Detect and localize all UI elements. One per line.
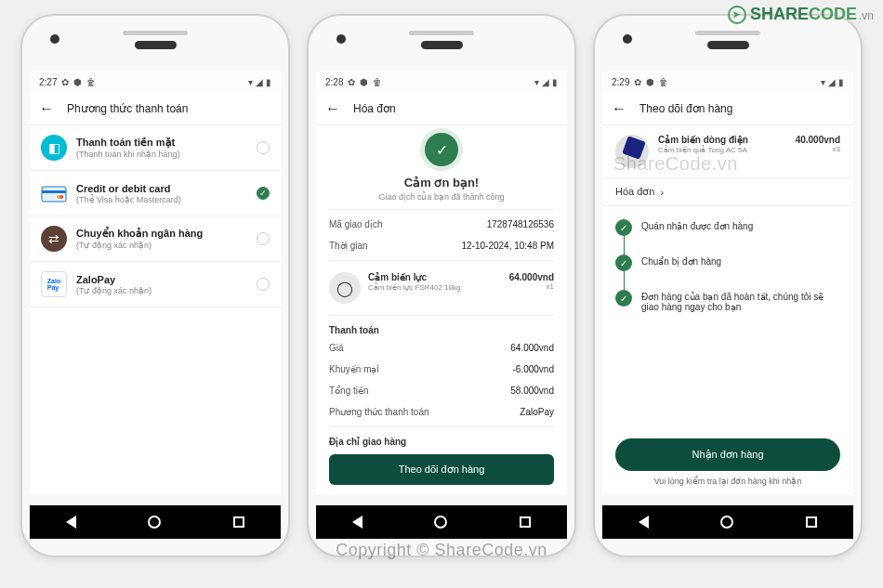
radio-unchecked[interactable] <box>257 141 270 154</box>
timeline-step-label: Chuẩn bị đơn hàng <box>641 255 840 271</box>
back-button[interactable]: ← <box>325 100 340 117</box>
watermark-overlay: ShareCode.vn <box>613 153 738 175</box>
invoice-product-row: ◯ Cảm biến lựcCảm biến lực FSR402 10kg 6… <box>316 265 567 311</box>
sharecode-logo: SHARECODE.vn <box>728 5 874 24</box>
method-title: ZaloPay <box>76 274 247 285</box>
method-subtitle: (Tự động xác nhận) <box>76 286 247 295</box>
price-label: Giá <box>329 343 344 353</box>
product-price: 64.000vnd <box>509 272 554 282</box>
app-header: ← Phương thức thanh toán <box>30 92 281 125</box>
method-value: ZaloPay <box>520 407 554 417</box>
check-order-note: Vui lòng kiểm tra lại đơn hàng khi nhận <box>615 477 840 486</box>
payment-method-zalopay[interactable]: ZaloPay ZaloPay(Tự động xác nhận) <box>30 262 281 307</box>
product-name: Cảm biến lực <box>368 272 502 282</box>
nav-home[interactable] <box>720 516 733 529</box>
wallet-icon: ◧ <box>41 135 67 161</box>
phone-mockup-payment-methods: 2:27✿⬢🗑 ▾◢▮ ← Phương thức thanh toán ◧ T… <box>20 14 290 557</box>
product-price: 40.000vnd <box>796 135 840 145</box>
battery-icon: ▮ <box>266 77 271 87</box>
nav-back[interactable] <box>639 516 649 529</box>
payment-section-header: Thanh toán <box>316 320 567 337</box>
page-title: Hóa đơn <box>353 102 396 115</box>
phone-mockup-tracking: 2:29✿⬢🗑 ▾◢▮ ← Theo dõi đơn hàng Cảm biến… <box>593 14 863 557</box>
radio-unchecked[interactable] <box>257 278 270 291</box>
nav-back[interactable] <box>66 516 76 529</box>
svg-rect-1 <box>42 190 66 193</box>
product-qty: x3 <box>796 145 840 153</box>
payment-method-bank[interactable]: ⇄ Chuyển khoản ngân hàng(Tự động xác nhậ… <box>30 216 281 262</box>
signal-icon: ◢ <box>256 77 263 87</box>
status-time: 2:27 <box>39 77 57 87</box>
total-label: Tổng tiền <box>329 385 369 396</box>
method-title: Thanh toán tiền mặt <box>76 137 247 149</box>
settings-icon: ✿ <box>61 77 69 87</box>
zalopay-icon: ZaloPay <box>41 271 67 297</box>
check-icon: ✓ <box>615 290 632 307</box>
check-icon: ✓ <box>615 255 632 271</box>
nav-home[interactable] <box>148 516 161 529</box>
svg-point-3 <box>57 195 60 199</box>
app-header: ← Theo dõi đơn hàng <box>602 92 853 125</box>
thank-you-subtitle: Giao dịch của bạn đã thành công <box>316 192 567 202</box>
nav-recent[interactable] <box>806 516 817 528</box>
track-order-button[interactable]: Theo dõi đơn hàng <box>329 454 554 485</box>
status-time: 2:29 <box>612 77 629 87</box>
total-value: 58.000vnd <box>510 385 554 396</box>
status-bar: 2:27✿⬢🗑 ▾◢▮ <box>30 72 281 92</box>
thank-you-title: Cảm ơn bạn! <box>316 176 567 189</box>
product-desc: Cảm biến lực FSR402 10kg <box>368 283 502 292</box>
method-subtitle: (Thanh toán khi nhận hàng) <box>76 150 247 159</box>
radio-checked[interactable]: ✓ <box>257 187 270 200</box>
nav-home[interactable] <box>434 516 447 529</box>
trash-icon: 🗑 <box>86 77 96 87</box>
product-image: ◯ <box>329 272 361 304</box>
status-bar: 2:28✿⬢🗑 ▾◢▮ <box>316 72 567 92</box>
status-time: 2:28 <box>325 77 343 87</box>
method-label: Phương thức thanh toán <box>329 407 429 417</box>
timeline-step-label: Quán nhận được đơn hàng <box>641 219 840 236</box>
promo-value: -6.000vnd <box>513 364 554 374</box>
timeline-step-label: Đơn hàng của bạn đã hoàn tất, chúng tôi … <box>641 290 840 312</box>
nav-back[interactable] <box>352 516 362 529</box>
txn-id-label: Mã giao dịch <box>329 219 382 229</box>
product-qty: x1 <box>509 282 554 291</box>
receive-order-button[interactable]: Nhận đơn hàng <box>615 438 840 471</box>
method-title: Chuyển khoản ngân hàng <box>76 228 247 240</box>
page-title: Phương thức thanh toán <box>67 102 188 115</box>
shield-icon: ⬢ <box>73 77 82 87</box>
timeline-step: ✓Quán nhận được đơn hàng <box>615 219 840 255</box>
android-nav-bar <box>30 505 281 539</box>
method-subtitle: (Tự động xác nhận) <box>76 241 247 250</box>
back-button[interactable]: ← <box>39 100 54 117</box>
android-nav-bar <box>316 505 567 539</box>
payment-method-cash[interactable]: ◧ Thanh toán tiền mặt(Thanh toán khi nhậ… <box>30 125 281 171</box>
txn-id-value: 1728748126536 <box>487 219 554 229</box>
copyright-watermark: Copyright © ShareCode.vn <box>336 541 547 560</box>
chevron-right-icon: › <box>660 187 664 198</box>
check-icon: ✓ <box>615 219 632 236</box>
transfer-icon: ⇄ <box>41 226 67 252</box>
invoice-link-label: Hóa đơn <box>615 186 654 198</box>
back-button[interactable]: ← <box>612 100 626 117</box>
txn-time-label: Thời gian <box>329 241 368 251</box>
price-value: 64.000vnd <box>510 343 554 353</box>
nav-recent[interactable] <box>520 516 531 528</box>
method-subtitle: (Thẻ Visa hoặc Mastercard) <box>76 195 247 204</box>
svg-rect-0 <box>42 187 66 202</box>
android-nav-bar <box>602 505 853 539</box>
nav-recent[interactable] <box>233 516 244 528</box>
address-section-header: Địa chỉ giao hàng <box>316 431 567 449</box>
order-timeline: ✓Quán nhận được đơn hàng ✓Chuẩn bị đơn h… <box>602 206 853 331</box>
invoice-link[interactable]: Hóa đơn › <box>602 177 853 206</box>
phone-mockup-invoice: 2:28✿⬢🗑 ▾◢▮ ← Hóa đơn ✓ Cảm ơn bạn! Giao… <box>307 14 576 557</box>
app-header: ← Hóa đơn <box>316 92 567 125</box>
txn-time-value: 12-10-2024, 10:48 PM <box>461 241 554 251</box>
page-title: Theo dõi đơn hàng <box>639 102 732 115</box>
payment-method-card[interactable]: Credit or debit card(Thẻ Visa hoặc Maste… <box>30 171 281 216</box>
wifi-icon: ▾ <box>248 77 253 87</box>
promo-label: Khuyến mại <box>329 364 379 374</box>
method-title: Credit or debit card <box>76 183 247 194</box>
success-check-icon: ✓ <box>425 133 458 166</box>
product-name: Cảm biến dòng điện <box>658 135 786 145</box>
radio-unchecked[interactable] <box>257 232 270 245</box>
